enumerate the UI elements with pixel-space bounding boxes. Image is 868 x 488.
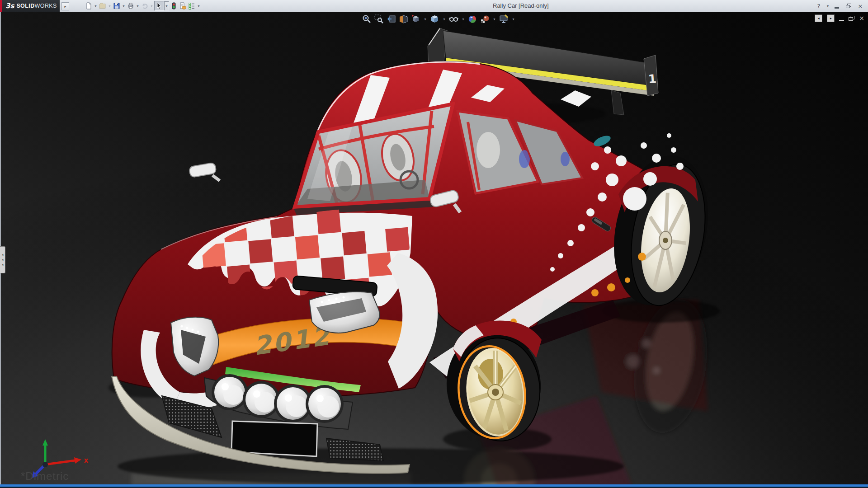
license-plate: [231, 421, 317, 456]
previous-view-icon[interactable]: [386, 14, 396, 24]
open-button[interactable]: [98, 1, 107, 10]
open-dropdown[interactable]: ▾: [107, 4, 112, 8]
new-document-button[interactable]: [84, 1, 93, 10]
collapse-arrow-icon: ◂: [2, 253, 4, 257]
view-settings-dropdown[interactable]: ▾: [511, 17, 516, 21]
hide-show-items-dropdown[interactable]: ▾: [461, 17, 466, 21]
save-button[interactable]: [112, 1, 121, 10]
restore-icon: [849, 16, 854, 21]
new-document-icon: [85, 2, 93, 10]
window-controls: ? ▾ ×: [814, 1, 865, 10]
heads-up-view-toolbar: ▾ ▾ ▾ ▾ ▾: [362, 14, 516, 24]
view-orientation-icon[interactable]: [410, 14, 421, 24]
save-dropdown[interactable]: ▾: [121, 4, 126, 8]
solidworks-logo: 3s SOLIDWORKS: [0, 0, 60, 12]
select-dropdown[interactable]: ▾: [164, 1, 169, 10]
close-button[interactable]: ×: [855, 1, 865, 10]
save-floppy-icon: [113, 2, 121, 10]
undo-button[interactable]: [140, 1, 149, 10]
apply-scene-icon[interactable]: [480, 14, 490, 24]
select-button[interactable]: [154, 1, 164, 11]
graphics-area[interactable]: 1: [0, 12, 868, 488]
section-view-icon[interactable]: [398, 14, 409, 24]
new-dropdown[interactable]: ▾: [93, 4, 98, 8]
ds-logo-icon: 3s: [5, 2, 14, 10]
zoom-to-fit-icon[interactable]: [362, 14, 372, 24]
wing-number: 1: [648, 72, 657, 86]
display-style-icon[interactable]: [429, 14, 440, 24]
select-cursor-icon: [155, 2, 163, 10]
zoom-to-area-icon[interactable]: [374, 14, 384, 24]
options-button[interactable]: [187, 1, 196, 10]
document-title: Rally Car [Read-only]: [493, 2, 549, 9]
previous-window-icon[interactable]: ◂: [815, 14, 822, 22]
undo-dropdown[interactable]: ▾: [149, 4, 154, 8]
minimize-icon: [835, 7, 839, 9]
help-button[interactable]: ?: [814, 1, 824, 10]
print-dropdown[interactable]: ▾: [135, 4, 140, 8]
document-restore-button[interactable]: [849, 14, 854, 22]
options-dropdown[interactable]: ▾: [196, 4, 201, 8]
view-orientation-label: *Dimetric: [21, 470, 69, 483]
rebuild-traffic-light-icon: [170, 2, 178, 10]
options-checklist-icon: [188, 2, 196, 10]
triad-x-label: x: [84, 456, 89, 465]
minimize-button[interactable]: [832, 1, 842, 10]
open-folder-icon: [99, 2, 107, 10]
print-icon: [127, 2, 135, 10]
collapse-arrow-icon: ◂: [2, 258, 4, 262]
title-bar: 3s SOLIDWORKS ▸ ▾ ▾ ▾ ▾ ▾ ▾: [0, 0, 868, 12]
apply-scene-dropdown[interactable]: ▾: [492, 17, 497, 21]
solidworks-window: 1: [0, 0, 868, 488]
restore-button[interactable]: [844, 1, 854, 10]
print-button[interactable]: [126, 1, 135, 10]
logo-text-solid: SOLID: [16, 3, 34, 9]
standard-toolbar: ▾ ▾ ▾ ▾ ▾ ▾ ▾: [84, 1, 201, 10]
menu-expand-button[interactable]: ▸: [61, 2, 69, 10]
file-properties-button[interactable]: [178, 1, 187, 10]
next-window-icon[interactable]: ▸: [827, 14, 835, 22]
document-window-controls: ◂ ▸ ×: [815, 14, 864, 22]
collapse-arrow-icon: ◂: [2, 263, 4, 267]
display-style-dropdown[interactable]: ▾: [442, 17, 447, 21]
logo-text-works: WORKS: [35, 3, 57, 9]
undo-icon: [141, 2, 149, 10]
edit-appearance-icon[interactable]: [467, 14, 478, 24]
rebuild-button[interactable]: [169, 1, 178, 10]
feature-tree-collapse-tab[interactable]: ◂ ◂ ◂: [0, 246, 5, 273]
view-settings-icon[interactable]: [499, 14, 509, 24]
document-close-button[interactable]: ×: [859, 14, 864, 22]
restore-icon: [846, 4, 851, 8]
minimize-icon: [839, 20, 844, 21]
view-orientation-dropdown[interactable]: ▾: [423, 17, 428, 21]
window-bottom-border: [0, 484, 868, 488]
hide-show-items-icon[interactable]: [448, 14, 459, 24]
document-minimize-button[interactable]: [839, 14, 844, 22]
help-dropdown[interactable]: ▾: [826, 1, 830, 10]
file-properties-icon: [179, 2, 187, 10]
